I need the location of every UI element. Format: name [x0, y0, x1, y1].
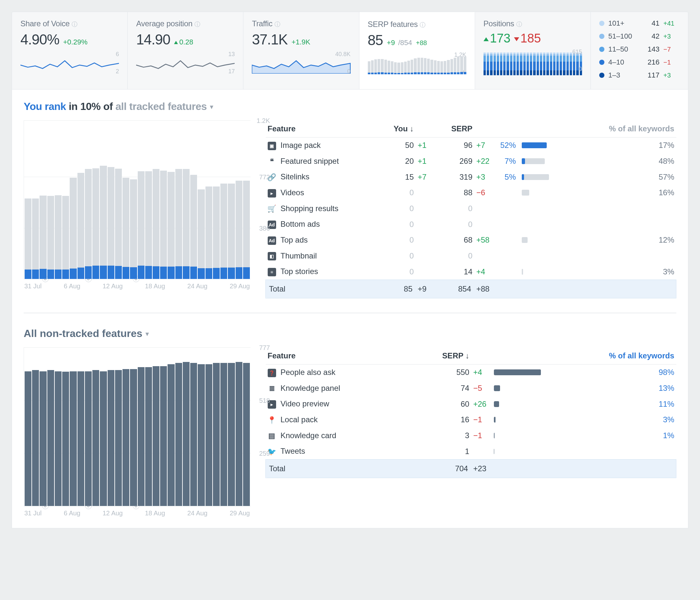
col-feature[interactable]: Feature — [266, 347, 412, 364]
chart-x-axis: 31 Jul6 Aug12 Aug18 Aug24 Aug29 Aug — [24, 509, 251, 517]
table-row[interactable]: 🔗Sitelinks 15+7 319+3 5% 57% — [266, 169, 676, 185]
feature-icon: 📍 — [268, 416, 276, 425]
col-serp[interactable]: SERP ↓ — [412, 347, 471, 364]
chevron-down-icon: ▼ — [209, 104, 214, 111]
legend-dot-icon — [599, 34, 604, 39]
col-feature[interactable]: Feature — [266, 120, 379, 138]
feature-icon: ❝ — [268, 157, 276, 166]
positions-legend: 101+41+4151–10042+311–50143−74–10216−11–… — [591, 12, 688, 89]
metric-card-avgpos[interactable]: Average positionⓘ 14.900.28 1317 — [128, 12, 243, 89]
col-pct[interactable]: % of all keywords — [544, 347, 676, 364]
feature-icon: ≡ — [268, 268, 276, 276]
legend-row[interactable]: 1–3117+3 — [599, 71, 680, 79]
section-nontracked-heading[interactable]: All non-tracked features▼ — [24, 328, 676, 340]
legend-row[interactable]: 11–50143−7 — [599, 45, 680, 53]
legend-row[interactable]: 51–10042+3 — [599, 32, 680, 41]
legend-dot-icon — [599, 21, 604, 26]
nontracked-chart: ⚙ ⚙ ⚙ 259518777 31 Jul6 Aug12 Aug18 Aug2… — [24, 347, 251, 517]
metric-card-serp[interactable]: SERP featuresⓘ 85+9/854+88 1.2K0 — [359, 12, 475, 89]
chart-x-axis: 31 Jul6 Aug12 Aug18 Aug24 Aug29 Aug — [24, 283, 251, 290]
table-row[interactable]: ❝Featured snippet 20+1 269+22 7% 48% — [266, 153, 676, 169]
tracked-chart: ⚙ ⚙ ⚙ 3867721.2K 31 Jul6 Aug12 Aug18 Aug… — [24, 120, 251, 298]
table-row[interactable]: 🐦Tweets 1 — [266, 443, 676, 459]
table-row[interactable]: AdTop ads 0 68+58 12% — [266, 232, 676, 248]
feature-icon: 🛒 — [268, 205, 276, 213]
feature-icon: ◧ — [268, 252, 276, 260]
total-row: Total704+23 — [266, 459, 676, 478]
main-panel: You rank in 10% of all tracked features▼… — [12, 90, 688, 528]
legend-dot-icon — [599, 60, 604, 65]
legend-dot-icon — [599, 73, 604, 78]
divider — [24, 313, 676, 313]
table-row[interactable]: ▸Video preview 60+26 11% — [266, 396, 676, 412]
feature-icon: ≣ — [268, 384, 276, 393]
heading-highlight: You rank — [24, 100, 66, 112]
table-row[interactable]: ▸Videos 0 88−6 16% — [266, 185, 676, 201]
legend-row[interactable]: 101+41+41 — [599, 19, 680, 28]
feature-icon: ▣ — [268, 142, 276, 150]
legend-row[interactable]: 4–10216−1 — [599, 58, 680, 67]
total-row: Total85+9854+88 — [266, 280, 676, 298]
chevron-down-icon: ▼ — [144, 331, 150, 338]
table-row[interactable]: AdBottom ads 0 0 — [266, 216, 676, 232]
table-row[interactable]: ◧Thumbnail 0 0 — [266, 248, 676, 264]
table-row[interactable]: ≡Top stories 0 14+4 3% — [266, 264, 676, 280]
table-row[interactable]: ▣Image pack 50+1 96+7 52% 17% — [266, 138, 676, 153]
col-pct[interactable]: % of all keywords — [572, 120, 676, 138]
info-icon[interactable]: ⓘ — [274, 21, 280, 28]
feature-icon: Ad — [268, 236, 276, 245]
metric-card-positions[interactable]: Positionsⓘ 173 185 6150 — [475, 12, 591, 89]
tracked-features-dropdown[interactable]: all tracked features▼ — [115, 100, 214, 112]
tracked-features-table: FeatureYou ↓SERP% of all keywords ▣Image… — [266, 120, 676, 298]
feature-icon: ❓ — [268, 369, 276, 377]
feature-icon: ▸ — [268, 189, 276, 197]
table-row[interactable]: 📍Local pack 16−1 3% — [266, 412, 676, 428]
info-icon[interactable]: ⓘ — [516, 21, 522, 28]
table-row[interactable]: ≣Knowledge panel 74−5 13% — [266, 380, 676, 396]
top-metrics-row: Share of Voiceⓘ 4.90%+0.29% 62Average po… — [12, 12, 688, 90]
table-row[interactable]: ❓People also ask 550+4 98% — [266, 364, 676, 380]
legend-dot-icon — [599, 47, 604, 52]
table-row[interactable]: 🛒Shopping results 0 0 — [266, 201, 676, 217]
metric-card-traffic[interactable]: Trafficⓘ 37.1K+1.9K 40.8K0 — [243, 12, 359, 89]
section-tracked-heading: You rank in 10% of all tracked features▼ — [24, 100, 676, 113]
info-icon[interactable]: ⓘ — [420, 22, 426, 28]
info-icon[interactable]: ⓘ — [72, 21, 77, 28]
nontracked-features-table: FeatureSERP ↓% of all keywords ❓People a… — [266, 347, 676, 517]
info-icon[interactable]: ⓘ — [195, 21, 200, 28]
col-serp[interactable]: SERP — [436, 120, 474, 138]
feature-icon: ▤ — [268, 432, 276, 440]
col-you[interactable]: You ↓ — [379, 120, 416, 138]
table-row[interactable]: ▤Knowledge card 3−1 1% — [266, 428, 676, 444]
metric-card-sov[interactable]: Share of Voiceⓘ 4.90%+0.29% 62 — [12, 12, 128, 89]
